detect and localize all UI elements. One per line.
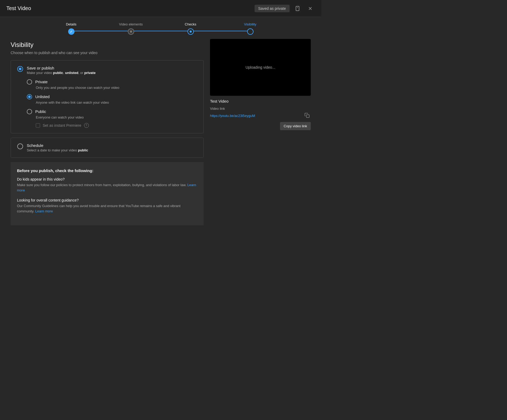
public-option: Public Everyone can watch your video Set…	[27, 109, 197, 128]
header: Test Video Saved as private	[0, 0, 321, 17]
close-icon	[308, 6, 313, 11]
svg-rect-0	[296, 6, 299, 11]
unlisted-radio[interactable]	[27, 94, 32, 99]
before-publish-section: Before you publish, check the following:…	[11, 162, 204, 225]
page-title: Test Video	[6, 5, 31, 11]
private-label: Private	[35, 80, 48, 84]
save-publish-title: Save or publish	[27, 66, 197, 70]
saved-badge: Saved as private	[255, 5, 290, 12]
uploading-text: Uploading video...	[246, 65, 275, 69]
unlisted-option: Unlisted Anyone with the video link can …	[27, 94, 197, 104]
publish-item-content: Looking for overall content guidance? Ou…	[17, 198, 197, 214]
schedule-card: Schedule Select a date to make your vide…	[11, 138, 204, 158]
step-checks: Checks	[161, 22, 220, 35]
stepper: Details ✓ Video elements Checks Visibili…	[0, 17, 321, 39]
step-details: Details ✓	[41, 22, 101, 35]
save-publish-radio-inner	[19, 68, 21, 70]
save-publish-content: Save or publish Make your video public, …	[27, 66, 197, 75]
video-link-section: Video link https://youtu.be/ac23i5eyguM …	[210, 107, 311, 130]
public-radio[interactable]	[27, 109, 32, 114]
content-learn-more-link[interactable]: Learn more	[35, 209, 53, 213]
visibility-subtitle: Choose when to publish and who can see y…	[11, 51, 204, 55]
unlisted-desc: Anyone with the video link can watch you…	[36, 100, 197, 104]
save-publish-row: Save or publish Make your video public, …	[17, 66, 197, 75]
step-checks-label: Checks	[185, 22, 196, 26]
private-radio[interactable]	[27, 79, 32, 85]
public-desc: Everyone can watch your video	[36, 115, 197, 119]
premiere-help-icon[interactable]: ?	[84, 123, 89, 128]
visibility-title: Visibility	[11, 41, 204, 49]
checkmark-icon: ✓	[70, 30, 73, 34]
publish-item-content-desc: Our Community Guidelines can help you av…	[17, 203, 197, 214]
header-actions: Saved as private	[255, 4, 315, 13]
save-publish-radio[interactable]	[17, 66, 23, 72]
visibility-sub-options: Private Only you and people you choose c…	[27, 79, 197, 128]
before-publish-title: Before you publish, check the following:	[17, 168, 197, 173]
publish-item-kids: Do kids appear in this video? Make sure …	[17, 177, 197, 193]
right-panel: Uploading video... Test Video Video link…	[210, 39, 311, 225]
step-video-elements-label: Video elements	[119, 22, 143, 26]
step-visibility-label: Visibility	[244, 22, 256, 26]
publish-item-content-title: Looking for overall content guidance?	[17, 198, 197, 202]
svg-rect-5	[307, 115, 309, 117]
video-preview-title: Test Video	[210, 99, 311, 103]
private-desc: Only you and people you choose can watch…	[36, 86, 197, 90]
alert-icon	[295, 6, 300, 11]
schedule-row: Schedule Select a date to make your vide…	[17, 143, 197, 152]
kids-learn-more-link[interactable]: Learn more	[17, 183, 196, 192]
premiere-label: Set as instant Premiere	[43, 123, 81, 128]
step-checks-circle	[187, 28, 194, 35]
schedule-content: Schedule Select a date to make your vide…	[27, 143, 197, 152]
unlisted-option-row: Unlisted	[27, 94, 197, 99]
steps-row: Details ✓ Video elements Checks Visibili…	[41, 22, 280, 35]
unlisted-label: Unlisted	[35, 94, 50, 99]
video-link-label: Video link	[210, 107, 311, 111]
step-details-circle: ✓	[68, 28, 75, 35]
step-checks-dot	[190, 30, 192, 33]
video-preview: Uploading video...	[210, 39, 311, 96]
premiere-row: Set as instant Premiere ?	[36, 123, 197, 128]
publish-item-kids-title: Do kids appear in this video?	[17, 177, 197, 181]
premiere-checkbox[interactable]	[36, 123, 40, 128]
unlisted-radio-inner	[28, 95, 31, 98]
video-link-url[interactable]: https://youtu.be/ac23i5eyguM	[210, 114, 255, 118]
step-dot	[130, 30, 132, 33]
publish-item-kids-desc: Make sure you follow our policies to pro…	[17, 182, 197, 193]
main-content: Visibility Choose when to publish and wh…	[0, 39, 321, 232]
step-visibility: Visibility	[220, 22, 280, 35]
schedule-radio[interactable]	[17, 143, 23, 149]
video-link-row: https://youtu.be/ac23i5eyguM	[210, 112, 311, 120]
step-video-elements: Video elements	[101, 22, 161, 35]
schedule-title: Schedule	[27, 143, 197, 148]
copy-link-icon-button[interactable]	[303, 112, 311, 120]
private-option-row: Private	[27, 79, 197, 85]
schedule-desc: Select a date to make your video public	[27, 148, 197, 152]
step-visibility-circle	[247, 28, 254, 35]
step-details-label: Details	[66, 22, 77, 26]
copy-video-link-button[interactable]: Copy video link	[280, 122, 311, 130]
private-option: Private Only you and people you choose c…	[27, 79, 197, 90]
left-panel: Visibility Choose when to publish and wh…	[11, 39, 204, 225]
public-option-row: Public	[27, 109, 197, 114]
step-video-elements-circle	[128, 28, 134, 35]
public-label: Public	[35, 109, 46, 114]
save-publish-desc: Make your video public, unlisted, or pri…	[27, 71, 197, 75]
alert-icon-button[interactable]	[293, 4, 302, 13]
close-button[interactable]	[305, 4, 315, 13]
save-publish-card: Save or publish Make your video public, …	[11, 60, 204, 133]
copy-icon	[304, 113, 310, 118]
